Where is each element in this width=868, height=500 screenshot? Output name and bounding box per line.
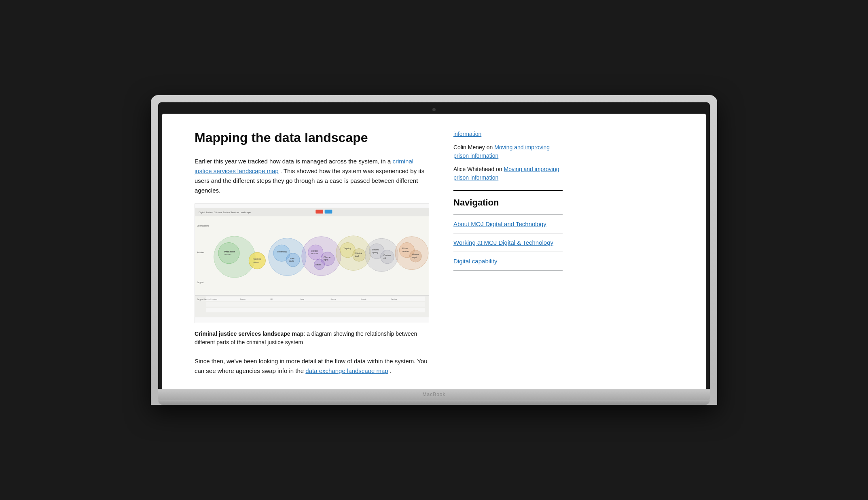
intro-text-1: Earlier this year we tracked how data is… (195, 158, 391, 165)
svg-text:Support: Support (197, 282, 204, 284)
nav-link-3[interactable]: Digital capability (453, 258, 497, 265)
svg-rect-55 (206, 308, 425, 312)
comment-2-author: Alice Whitehead on (453, 166, 504, 172)
sidebar-top-link-wrapper: information (453, 130, 563, 138)
svg-text:agency: agency (372, 252, 379, 254)
laptop-frame: Mapping the data landscape Earlier this … (151, 95, 717, 405)
sidebar: information Colin Meney on Moving and im… (445, 130, 575, 382)
svg-text:Activities: Activities (197, 252, 205, 254)
para2-text-2: . (390, 367, 392, 374)
camera-dot (432, 108, 436, 111)
svg-text:IT systems: IT systems (210, 299, 217, 301)
svg-text:Reporting: Reporting (253, 258, 261, 261)
sidebar-divider (453, 190, 563, 191)
page-wrapper: Mapping the data landscape Earlier this … (162, 114, 706, 389)
svg-text:Custody: Custody (311, 250, 318, 252)
svg-text:services: services (224, 254, 232, 256)
svg-text:ctrl: ctrl (383, 257, 386, 259)
page-title: Mapping the data landscape (195, 130, 429, 145)
svg-text:Finance: Finance (240, 299, 246, 301)
svg-text:Security: Security (361, 299, 366, 301)
svg-text:services: services (402, 250, 410, 252)
svg-point-33 (353, 249, 366, 262)
caption-bold: Criminal justice services landscape map (195, 331, 303, 337)
svg-rect-4 (325, 210, 332, 214)
svg-text:Offender: Offender (324, 256, 331, 258)
diagram-container: Digital Justice: Criminal Justice Servic… (195, 203, 429, 323)
svg-text:services: services (311, 253, 318, 255)
nav-item-3: Digital capability (453, 252, 563, 271)
svg-text:Criminal: Criminal (355, 253, 362, 255)
svg-text:Probation: Probation (224, 250, 235, 253)
svg-text:Crown: Crown (289, 258, 294, 260)
svg-text:HR: HR (270, 299, 273, 301)
data-exchange-link[interactable]: data exchange landscape map (305, 367, 388, 374)
svg-text:Facilities: Facilities (391, 299, 397, 301)
sidebar-comment-1: Colin Meney on Moving and improving pris… (453, 143, 563, 160)
svg-text:Recall: Recall (315, 264, 321, 266)
svg-text:Targeting: Targeting (343, 248, 351, 250)
intro-paragraph: Earlier this year we tracked how data is… (195, 157, 429, 195)
svg-point-9 (218, 243, 239, 264)
nav-item-2: Working at MOJ Digital & Technology (453, 233, 563, 252)
landscape-map-diagram: Digital Justice: Criminal Justice Servic… (195, 204, 429, 321)
screen-content: Mapping the data landscape Earlier this … (162, 114, 706, 389)
nav-link-1[interactable]: About MOJ Digital and Technology (453, 220, 546, 227)
sidebar-nav-list: About MOJ Digital and Technology Working… (453, 214, 563, 271)
svg-rect-3 (315, 210, 323, 214)
svg-text:courts: courts (289, 261, 294, 263)
image-caption: Criminal justice services landscape map:… (195, 330, 429, 347)
screen-bezel: Mapping the data landscape Earlier this … (158, 102, 710, 389)
svg-text:mgmt: mgmt (412, 256, 417, 258)
svg-text:Sentencing: Sentencing (277, 251, 287, 253)
svg-text:intel: intel (355, 255, 359, 257)
laptop-base: MacBook (158, 389, 710, 400)
macbook-label: MacBook (422, 392, 445, 397)
svg-text:orders: orders (254, 261, 259, 263)
svg-rect-54 (206, 302, 425, 307)
svg-text:Borders: Borders (372, 249, 379, 251)
nav-item-1: About MOJ Digital and Technology (453, 214, 563, 233)
sidebar-top-link[interactable]: information (453, 131, 481, 137)
svg-point-40 (381, 250, 394, 264)
svg-text:External users: External users (197, 225, 209, 227)
svg-point-12 (249, 252, 265, 269)
para2: Since then, we've been looking in more d… (195, 356, 429, 376)
svg-text:Customs: Customs (383, 255, 391, 257)
comment-1-author: Colin Meney on (453, 144, 494, 150)
sidebar-nav-title: Navigation (453, 197, 563, 208)
svg-text:Digital Justice: Criminal Just: Digital Justice: Criminal Justice Servic… (199, 211, 251, 214)
svg-text:Comms: Comms (331, 299, 336, 301)
nav-link-2[interactable]: Working at MOJ Digital & Technology (453, 239, 553, 246)
main-content: Mapping the data landscape Earlier this … (178, 130, 445, 382)
svg-text:Release: Release (412, 254, 419, 256)
svg-text:Prison: Prison (402, 248, 408, 250)
sidebar-comment-2: Alice Whitehead on Moving and improving … (453, 165, 563, 182)
laptop-chin (158, 400, 710, 405)
svg-text:mgmt: mgmt (324, 259, 328, 261)
svg-text:Legal: Legal (301, 299, 304, 301)
